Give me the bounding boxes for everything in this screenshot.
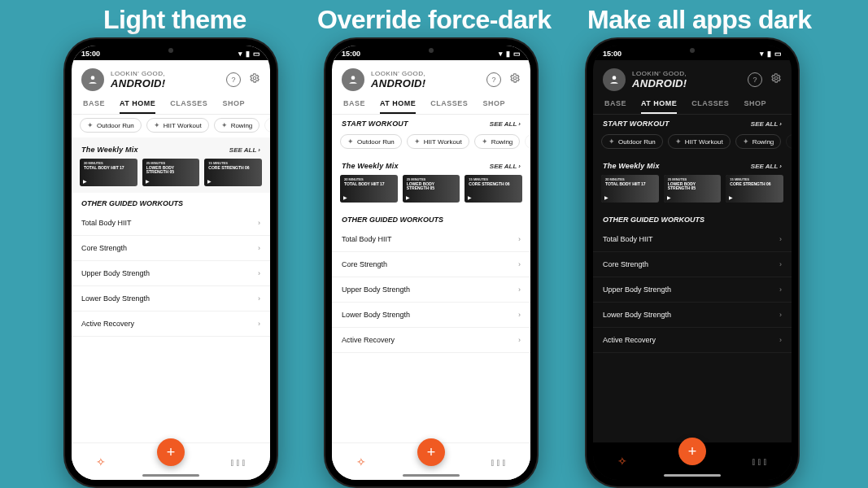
column-title: Override force-dark [317,5,552,35]
svg-point-1 [253,76,256,80]
workout-list-item[interactable]: Active Recovery› [593,328,792,353]
home-icon[interactable]: ✧ [356,455,366,468]
greeting-sub: LOOKIN' GOOD, [371,70,425,77]
add-fab[interactable]: + [417,438,445,466]
weekly-mix-row: 20 MINUTESTOTAL BODY HIIT 17▶25 MINUTESL… [332,173,530,209]
workout-list-item[interactable]: Total Body HIIT› [332,227,530,252]
mix-card[interactable]: 20 MINUTESTOTAL BODY HIIT 17▶ [601,175,659,203]
tab-classes[interactable]: CLASSES [430,99,468,114]
mix-duration: 20 MINUTES [605,178,655,182]
chip-more[interactable]: ✦ [525,134,530,149]
chip-label: Rowing [231,122,253,129]
workout-list-item[interactable]: Core Strength› [332,252,530,277]
mix-card[interactable]: 15 MINUTESCORE STRENGTH 06▶ [465,175,522,203]
add-fab[interactable]: + [678,438,706,465]
workout-list-item[interactable]: Total Body HIIT› [593,227,792,252]
mix-duration: 25 MINUTES [407,178,456,182]
tab-classes[interactable]: CLASSES [170,99,207,114]
mix-card[interactable]: 25 MINUTESLOWER BODY STRENGTH 05▶ [142,159,200,186]
workout-list-item[interactable]: Active Recovery› [332,328,530,353]
play-icon: ▶ [406,194,410,200]
stats-icon[interactable]: ⫾⫾⫾ [751,455,768,468]
battery-icon: ▭ [253,50,260,58]
mix-card[interactable]: 25 MINUTESLOWER BODY STRENGTH 05▶ [664,175,722,203]
mix-duration: 25 MINUTES [668,178,718,182]
avatar[interactable] [342,68,364,91]
mix-card[interactable]: 15 MINUTESCORE STRENGTH 06▶ [726,175,783,203]
home-icon[interactable]: ✧ [617,455,627,468]
weekly-mix-seeall[interactable]: SEE ALL › [229,146,260,154]
weekly-mix-header: The Weekly MixSEE ALL › [332,157,530,173]
chevron-right-icon: › [258,269,260,277]
stats-icon[interactable]: ⫾⫾⫾ [490,455,507,468]
workout-list-item[interactable]: Core Strength› [72,236,270,261]
workout-list-item[interactable]: Lower Body Strength› [72,286,270,312]
chip-hiit-workout[interactable]: ✦HIIT Workout [407,134,469,149]
mix-card[interactable]: 20 MINUTESTOTAL BODY HIIT 17▶ [340,175,398,203]
workout-list-item[interactable]: Active Recovery› [72,312,270,337]
start-workout-seeall[interactable]: SEE ALL › [751,120,782,128]
chip-outdoor-run[interactable]: ✦Outdoor Run [601,134,663,149]
mix-card[interactable]: 15 MINUTESCORE STRENGTH 06▶ [204,159,262,186]
start-workout-seeall[interactable]: SEE ALL › [490,120,521,128]
screen: 15:00▾▮▭LOOKIN' GOOD,ANDROID!?BASEAT HOM… [332,46,530,480]
signal-icon: ▮ [506,50,510,58]
home-icon[interactable]: ✧ [96,455,106,468]
weekly-mix-seeall[interactable]: SEE ALL › [751,163,782,170]
mix-card[interactable]: 20 MINUTESTOTAL BODY HIIT 17▶ [80,159,137,186]
chip-hiit-workout[interactable]: ✦HIIT Workout [668,134,731,149]
tab-base[interactable]: BASE [343,99,365,114]
status-time: 15:00 [81,50,100,58]
help-icon[interactable]: ? [748,72,762,87]
avatar[interactable] [81,68,104,91]
workout-item-label: Core Strength [81,244,127,252]
settings-icon[interactable] [249,72,260,87]
workout-item-label: Active Recovery [603,336,656,344]
mix-duration: 20 MINUTES [84,162,133,166]
help-icon[interactable]: ? [226,72,241,87]
chip-rowing[interactable]: ✦Rowing [474,134,521,149]
workout-list-item[interactable]: Lower Body Strength› [593,303,792,328]
workout-list-item[interactable]: Total Body HIIT› [72,211,270,236]
workout-item-label: Core Strength [603,260,648,268]
settings-icon[interactable] [770,72,782,87]
chip-rowing[interactable]: ✦Rowing [214,118,260,133]
add-fab[interactable]: + [157,438,185,466]
tab-classes[interactable]: CLASSES [691,99,729,114]
chip-hiit-workout[interactable]: ✦HIIT Workout [146,118,209,133]
tab-shop[interactable]: SHOP [222,99,245,114]
chip-more[interactable]: ✦ [264,118,270,133]
other-guided-title: OTHER GUIDED WORKOUTS [332,209,530,227]
chip-outdoor-run[interactable]: ✦Outdoor Run [340,134,402,149]
weekly-mix-seeall[interactable]: SEE ALL › [490,163,521,170]
status-icons: ▾▮▭ [499,50,521,58]
workout-list-item[interactable]: Core Strength› [593,252,792,277]
workout-list-item[interactable]: Upper Body Strength› [332,277,530,303]
help-icon[interactable]: ? [486,72,501,87]
chip-more[interactable]: ✦ [786,134,792,149]
tab-at-home[interactable]: AT HOME [380,99,416,114]
tab-shop[interactable]: SHOP [744,99,766,114]
tab-shop[interactable]: SHOP [482,99,505,114]
tab-at-home[interactable]: AT HOME [120,99,155,114]
chip-outdoor-run[interactable]: ✦Outdoor Run [80,118,142,133]
activity-icon: ✦ [675,137,682,146]
stats-icon[interactable]: ⫾⫾⫾ [229,455,246,468]
chevron-right-icon: › [779,336,782,344]
chip-rowing[interactable]: ✦Rowing [735,134,782,149]
workout-list-item[interactable]: Lower Body Strength› [332,303,530,328]
tab-at-home[interactable]: AT HOME [641,99,677,114]
phone-frame: 15:00▾▮▭LOOKIN' GOOD,ANDROID!?BASEAT HOM… [65,39,277,486]
avatar[interactable] [603,68,626,91]
settings-icon[interactable] [509,72,521,87]
activity-icon: ✦ [414,137,421,146]
weekly-mix-header: The Weekly MixSEE ALL › [593,157,792,173]
workout-list-item[interactable]: Upper Body Strength› [593,277,792,303]
mix-card[interactable]: 25 MINUTESLOWER BODY STRENGTH 05▶ [403,175,460,203]
chevron-right-icon: › [518,235,521,243]
tab-base[interactable]: BASE [604,99,626,114]
tab-base[interactable]: BASE [83,99,105,114]
mix-duration: 15 MINUTES [730,178,779,182]
battery-icon: ▭ [774,50,782,58]
workout-list-item[interactable]: Upper Body Strength› [72,261,270,286]
